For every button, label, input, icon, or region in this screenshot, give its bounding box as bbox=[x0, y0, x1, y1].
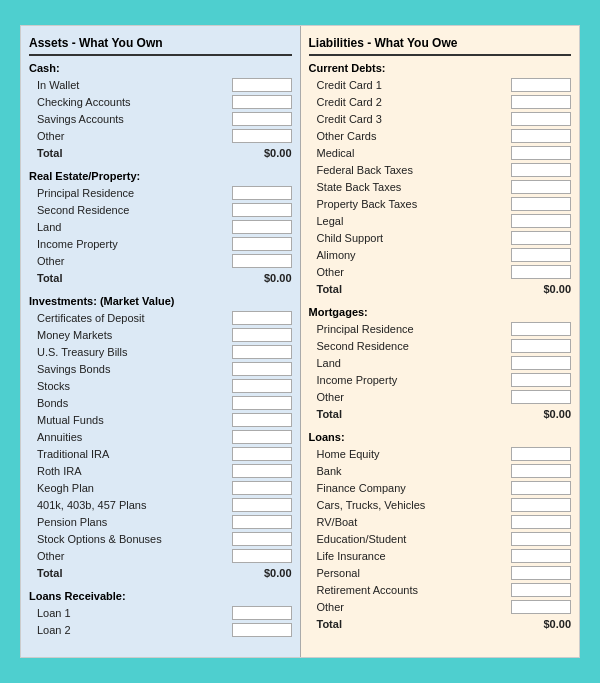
row: Other Cards bbox=[309, 128, 572, 143]
total-value: $0.00 bbox=[511, 618, 571, 630]
row-input[interactable] bbox=[511, 390, 571, 404]
row: Money Markets bbox=[29, 327, 292, 342]
row-input[interactable] bbox=[232, 413, 292, 427]
assets-column: Assets - What You Own Cash:In WalletChec… bbox=[21, 26, 301, 657]
row-label: Stock Options & Bonuses bbox=[29, 533, 232, 545]
row-input[interactable] bbox=[511, 339, 571, 353]
section-title-mortgages: Mortgages: bbox=[309, 306, 572, 318]
row-label: Federal Back Taxes bbox=[309, 164, 512, 176]
liabilities-sections: Current Debts:Credit Card 1Credit Card 2… bbox=[309, 62, 572, 631]
row-input[interactable] bbox=[511, 566, 571, 580]
row-input[interactable] bbox=[232, 396, 292, 410]
row-input[interactable] bbox=[511, 498, 571, 512]
row-label: Other bbox=[29, 255, 232, 267]
row-label: Loan 1 bbox=[29, 607, 232, 619]
row-label: State Back Taxes bbox=[309, 181, 512, 193]
row-input[interactable] bbox=[511, 322, 571, 336]
section-investments: Investments: (Market Value)Certificates … bbox=[29, 295, 292, 580]
row-input[interactable] bbox=[511, 356, 571, 370]
row: Alimony bbox=[309, 247, 572, 262]
total-label: Total bbox=[29, 147, 232, 159]
row-label: Education/Student bbox=[309, 533, 512, 545]
row: Retirement Accounts bbox=[309, 582, 572, 597]
row-input[interactable] bbox=[232, 112, 292, 126]
row-label: Credit Card 3 bbox=[309, 113, 512, 125]
row-input[interactable] bbox=[511, 112, 571, 126]
row-input[interactable] bbox=[511, 515, 571, 529]
row-input[interactable] bbox=[232, 379, 292, 393]
row-input[interactable] bbox=[511, 248, 571, 262]
row-input[interactable] bbox=[232, 95, 292, 109]
row: 401k, 403b, 457 Plans bbox=[29, 497, 292, 512]
row-input[interactable] bbox=[511, 265, 571, 279]
row-input[interactable] bbox=[511, 129, 571, 143]
section-mortgages: Mortgages:Principal ResidenceSecond Resi… bbox=[309, 306, 572, 421]
row-input[interactable] bbox=[232, 481, 292, 495]
row-input[interactable] bbox=[232, 447, 292, 461]
row-input[interactable] bbox=[232, 515, 292, 529]
row-label: Other Cards bbox=[309, 130, 512, 142]
row-input[interactable] bbox=[232, 328, 292, 342]
row-input[interactable] bbox=[232, 532, 292, 546]
row: Checking Accounts bbox=[29, 94, 292, 109]
row-label: Legal bbox=[309, 215, 512, 227]
section-title-real-estate: Real Estate/Property: bbox=[29, 170, 292, 182]
row-input[interactable] bbox=[232, 464, 292, 478]
row: Keogh Plan bbox=[29, 480, 292, 495]
row: Credit Card 3 bbox=[309, 111, 572, 126]
row-input[interactable] bbox=[511, 146, 571, 160]
total-row: Total$0.00 bbox=[29, 565, 292, 580]
row-input[interactable] bbox=[232, 311, 292, 325]
row-input[interactable] bbox=[511, 373, 571, 387]
total-row: Total$0.00 bbox=[309, 406, 572, 421]
row-label: Traditional IRA bbox=[29, 448, 232, 460]
liabilities-column: Liabilities - What You Owe Current Debts… bbox=[301, 26, 580, 657]
row-input[interactable] bbox=[511, 180, 571, 194]
total-label: Total bbox=[309, 408, 512, 420]
row-input[interactable] bbox=[511, 231, 571, 245]
row-input[interactable] bbox=[232, 362, 292, 376]
row-input[interactable] bbox=[511, 447, 571, 461]
section-title-loans: Loans: bbox=[309, 431, 572, 443]
row-input[interactable] bbox=[232, 430, 292, 444]
row: Other bbox=[309, 389, 572, 404]
row: Other bbox=[309, 599, 572, 614]
row-input[interactable] bbox=[511, 464, 571, 478]
row-input[interactable] bbox=[511, 549, 571, 563]
row-input[interactable] bbox=[232, 549, 292, 563]
row: Savings Accounts bbox=[29, 111, 292, 126]
row-label: Bonds bbox=[29, 397, 232, 409]
row-label: Income Property bbox=[309, 374, 512, 386]
row-input[interactable] bbox=[232, 186, 292, 200]
row-input[interactable] bbox=[232, 254, 292, 268]
row-input[interactable] bbox=[232, 237, 292, 251]
total-label: Total bbox=[29, 567, 232, 579]
row-input[interactable] bbox=[511, 163, 571, 177]
row-input[interactable] bbox=[511, 95, 571, 109]
row-input[interactable] bbox=[511, 214, 571, 228]
row: Land bbox=[309, 355, 572, 370]
row-input[interactable] bbox=[232, 78, 292, 92]
row-input[interactable] bbox=[232, 498, 292, 512]
row: Other bbox=[29, 128, 292, 143]
row-input[interactable] bbox=[232, 203, 292, 217]
row-input[interactable] bbox=[511, 481, 571, 495]
row-input[interactable] bbox=[511, 197, 571, 211]
row-input[interactable] bbox=[511, 532, 571, 546]
row: Principal Residence bbox=[309, 321, 572, 336]
row-input[interactable] bbox=[511, 600, 571, 614]
row-input[interactable] bbox=[232, 623, 292, 637]
row: Mutual Funds bbox=[29, 412, 292, 427]
row-input[interactable] bbox=[511, 583, 571, 597]
row-input[interactable] bbox=[232, 129, 292, 143]
assets-sections: Cash:In WalletChecking AccountsSavings A… bbox=[29, 62, 292, 637]
row-label: Child Support bbox=[309, 232, 512, 244]
row: RV/Boat bbox=[309, 514, 572, 529]
row-input[interactable] bbox=[232, 345, 292, 359]
row-label: Life Insurance bbox=[309, 550, 512, 562]
row-input[interactable] bbox=[511, 78, 571, 92]
row-label: Land bbox=[309, 357, 512, 369]
row-input[interactable] bbox=[232, 606, 292, 620]
row-input[interactable] bbox=[232, 220, 292, 234]
row-label: Savings Bonds bbox=[29, 363, 232, 375]
